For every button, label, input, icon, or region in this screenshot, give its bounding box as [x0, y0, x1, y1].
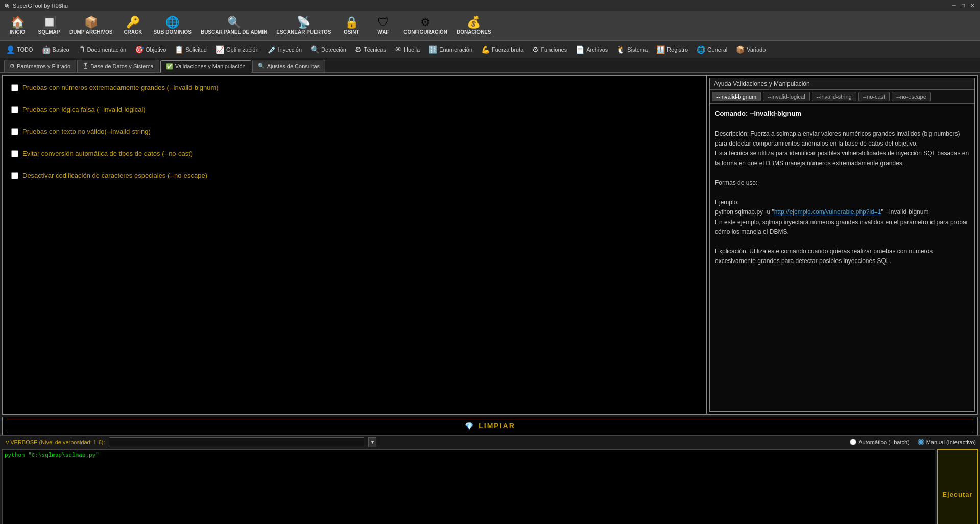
nav-btn-osint[interactable]: 🔒 OSINT: [336, 13, 367, 38]
nav-btn-subdominios[interactable]: 🌐 SUB DOMINIOS: [149, 13, 195, 38]
validaciones-subtab-label: Validaciones y Manipulación: [175, 63, 246, 69]
escanear-label: ESCANEAR PUERTOS: [276, 29, 331, 35]
manual-label: Manual (Interactivo): [926, 439, 976, 445]
title-bar-controls[interactable]: ─ □ ✕: [950, 2, 976, 9]
nav-btn-dump[interactable]: 📦 DUMP ARCHIVOS: [65, 13, 116, 38]
nav-btn-configuracion[interactable]: ⚙ CONFIGURACIÓN: [399, 13, 451, 38]
donaciones-icon: 💰: [467, 17, 481, 28]
checkbox-no-cast[interactable]: [11, 150, 18, 157]
dump-icon: 📦: [84, 17, 98, 28]
sub-tab-parametros[interactable]: ⚙ Parámetros y Filtrado: [4, 60, 76, 72]
help-tab-no-cast[interactable]: --no-cast: [858, 92, 890, 101]
nav-btn-crack[interactable]: 🔑 CRACK: [117, 13, 148, 38]
sql-tab-optimizacion[interactable]: 📈 Optimización: [211, 42, 263, 57]
help-tabs: --invalid-bignum--invalid-logical--inval…: [710, 90, 974, 104]
checkbox-invalid-logical[interactable]: [11, 106, 18, 113]
help-command: Comando: --invalid-bignum: [715, 109, 969, 120]
subdominios-icon: 🌐: [165, 17, 179, 28]
sql-tab-inyeccion[interactable]: 💉 Inyección: [264, 42, 306, 57]
solicitud-tab-label: Solicitud: [185, 46, 207, 53]
command-output: python "C:\sqlmap\sqlmap.py": [2, 449, 935, 524]
checkbox-no-escape[interactable]: [11, 172, 18, 179]
minimize-button[interactable]: ─: [950, 2, 958, 9]
registro-tab-label: Registro: [667, 46, 688, 53]
enumeracion-tab-icon: 🔢: [428, 45, 437, 54]
help-tab-no-escape[interactable]: --no-escape: [892, 92, 931, 101]
sql-tab-basico[interactable]: 🤖 Basico: [38, 42, 74, 57]
checkbox-item-invalid-string[interactable]: Pruebas con texto no válido(--invalid-st…: [11, 128, 698, 135]
sql-tab-fuerza-bruta[interactable]: 💪 Fuerza bruta: [477, 42, 528, 57]
checkbox-invalid-string[interactable]: [11, 128, 18, 135]
checkbox-item-invalid-logical[interactable]: Pruebas con lógica falsa (--invalid-logi…: [11, 106, 698, 113]
sql-tab-funciones[interactable]: ⚙ Funciones: [528, 42, 571, 57]
sql-tab-enumeracion[interactable]: 🔢 Enumeración: [424, 42, 476, 57]
manual-radio[interactable]: [918, 439, 924, 445]
dump-label: DUMP ARCHIVOS: [69, 29, 112, 35]
sql-tab-solicitud[interactable]: 📋 Solicitud: [171, 42, 211, 57]
sql-tab-archivos[interactable]: 📄 Archivos: [571, 42, 612, 57]
sub-tab-validaciones[interactable]: ✅ Validaciones y Manipulación: [160, 60, 251, 73]
archivos-tab-icon: 📄: [576, 45, 584, 54]
bottom-section: python "C:\sqlmap\sqlmap.py" Ejecutar: [0, 448, 980, 524]
help-url[interactable]: http://ejemplo.com/vulnerable.php?id=1: [774, 208, 881, 216]
sql-tab-registro[interactable]: 🪟 Registro: [652, 42, 692, 57]
checkbox-item-no-cast[interactable]: Evitar conversión automática de tipos de…: [11, 150, 698, 157]
help-tab-invalid-bignum[interactable]: --invalid-bignum: [712, 92, 761, 101]
close-button[interactable]: ✕: [969, 2, 976, 9]
checkbox-item-no-escape[interactable]: Desactivar codificación de caracteres es…: [11, 172, 698, 179]
ajustes-subtab-label: Ajustes de Consultas: [267, 63, 320, 69]
inyeccion-tab-icon: 💉: [268, 45, 276, 54]
deteccion-tab-label: Detección: [321, 46, 346, 53]
tecnicas-tab-icon: ⚙: [355, 45, 362, 54]
sql-tab-documentacion[interactable]: 🗒 Documentación: [74, 42, 130, 57]
maximize-button[interactable]: □: [960, 2, 967, 9]
sql-tab-variado[interactable]: 📦 Variado: [732, 42, 770, 57]
help-content: Comando: --invalid-bignum Descripción: F…: [710, 104, 974, 411]
basico-tab-label: Basico: [53, 46, 69, 53]
right-panel: Ayuda Validaciones y Manipulación --inva…: [709, 78, 975, 412]
checkbox-item-invalid-bignum[interactable]: Pruebas con números extremadamente grand…: [11, 84, 698, 91]
automatico-label: Automático (--batch): [858, 439, 910, 445]
sub-tab-base-datos[interactable]: 🗄 Base de Datos y Sistema: [77, 60, 159, 72]
help-tab-invalid-string[interactable]: --invalid-string: [812, 92, 856, 101]
manual-option[interactable]: Manual (Interactivo): [918, 439, 976, 445]
checkbox-invalid-bignum[interactable]: [11, 84, 18, 91]
automatico-option[interactable]: Automático (--batch): [850, 439, 910, 445]
nav-btn-donaciones[interactable]: 💰 DONACIONES: [452, 13, 495, 38]
variado-tab-icon: 📦: [736, 45, 745, 54]
crack-icon: 🔑: [126, 17, 140, 28]
nav-btn-inicio[interactable]: 🏠 INICIO: [2, 13, 33, 38]
help-tab-invalid-logical[interactable]: --invalid-logical: [763, 92, 809, 101]
general-tab-label: General: [707, 46, 727, 53]
clear-icon: 💎: [465, 422, 474, 430]
nav-btn-escanear[interactable]: 📡 ESCANEAR PUERTOS: [272, 13, 335, 38]
verbose-dropdown[interactable]: ▼: [368, 437, 376, 447]
sub-tab-ajustes[interactable]: 🔍 Ajustes de Consultas: [252, 60, 325, 72]
app-icon: 🛠: [4, 3, 10, 9]
nav-btn-sqlmap[interactable]: 🔲 SQLMAP: [34, 13, 64, 38]
checkbox-label-no-escape: Desactivar codificación de caracteres es…: [22, 172, 207, 179]
validaciones-subtab-icon: ✅: [166, 63, 173, 70]
verbose-input[interactable]: [109, 437, 364, 447]
sql-tab-huella[interactable]: 👁 Huella: [391, 42, 424, 57]
tecnicas-tab-label: Técnicas: [364, 46, 386, 53]
archivos-tab-label: Archivos: [586, 46, 608, 53]
checkbox-label-invalid-string: Pruebas con texto no válido(--invalid-st…: [22, 128, 151, 135]
huella-tab-label: Huella: [404, 46, 420, 53]
help-description: Descripción: Fuerza a sqlmap a enviar va…: [715, 129, 969, 149]
execute-panel[interactable]: Ejecutar: [937, 449, 978, 524]
clear-button[interactable]: 💎 LIMPIAR: [7, 419, 973, 433]
sistema-tab-icon: 🐧: [616, 45, 625, 54]
clear-label: LIMPIAR: [479, 422, 515, 430]
automatico-radio[interactable]: [850, 439, 856, 445]
sql-tab-sistema[interactable]: 🐧 Sistema: [612, 42, 652, 57]
nav-btn-waf[interactable]: 🛡 WAF: [368, 13, 398, 38]
sql-tab-todo[interactable]: 👤 TODO: [2, 42, 37, 57]
sql-tab-tecnicas[interactable]: ⚙ Técnicas: [351, 42, 390, 57]
nav-btn-buscar-panel[interactable]: 🔍 BUSCAR PANEL DE ADMIN: [197, 13, 271, 38]
execute-button[interactable]: Ejecutar: [942, 491, 972, 498]
checkbox-label-invalid-logical: Pruebas con lógica falsa (--invalid-logi…: [22, 106, 146, 113]
sql-tab-deteccion[interactable]: 🔍 Detección: [306, 42, 350, 57]
sql-tab-general[interactable]: 🌐 General: [692, 42, 731, 57]
sql-tab-objetivo[interactable]: 🎯 Objetivo: [131, 42, 170, 57]
